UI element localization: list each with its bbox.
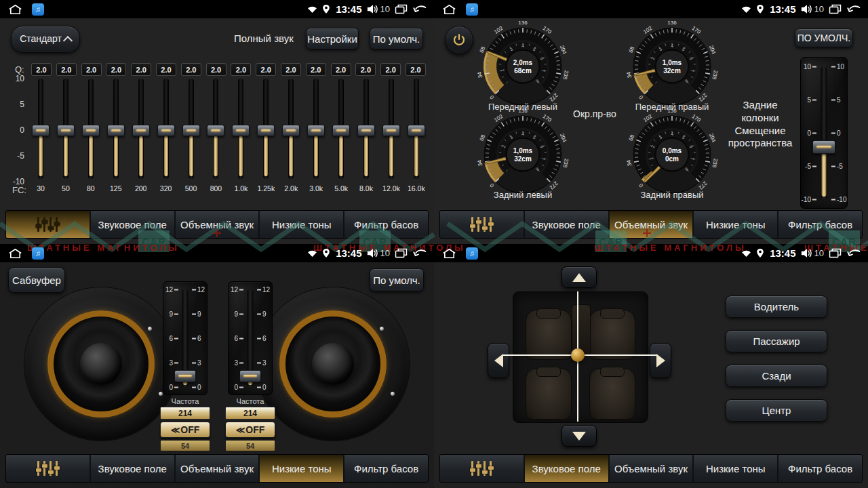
gauge-front-left[interactable]: 03468102136170204238272123456782,0ms68cm… — [472, 20, 574, 112]
bluetooth-app-icon[interactable]: ♫ — [466, 247, 478, 260]
q-value-box[interactable]: 2.0 — [31, 63, 52, 76]
tab-surround[interactable]: Объемный звук — [610, 455, 693, 482]
tab-bass[interactable]: Низкие тоны — [260, 211, 343, 238]
lpf-off-button[interactable]: ≪ OFF — [225, 422, 275, 438]
eq-band-slider[interactable] — [407, 79, 426, 182]
tab-equalizer[interactable] — [6, 455, 90, 482]
slider-handle[interactable] — [32, 125, 50, 136]
eq-band-slider[interactable] — [357, 79, 376, 182]
recent-apps-icon[interactable] — [395, 248, 408, 258]
home-icon[interactable] — [8, 4, 22, 15]
slider-handle[interactable] — [382, 125, 400, 136]
home-icon[interactable] — [442, 4, 456, 15]
eq-band-slider[interactable] — [332, 79, 351, 182]
tab-bass-filter[interactable]: Фильтр басов — [344, 211, 428, 238]
default-button[interactable]: ПО УМОЛЧ. — [795, 28, 853, 47]
recent-apps-icon[interactable] — [395, 4, 408, 14]
position-center-button[interactable]: Центр — [726, 399, 827, 422]
q-value-box[interactable]: 2.0 — [206, 63, 226, 76]
slider-handle[interactable] — [57, 125, 75, 136]
q-value-box[interactable]: 2.0 — [131, 63, 151, 76]
gauge-rear-left[interactable]: 03468102136170204238272123456781,0ms32cm… — [472, 108, 574, 200]
default-button[interactable]: По умолч. — [370, 28, 423, 49]
home-icon[interactable] — [442, 248, 456, 259]
arrow-down-button[interactable] — [561, 425, 597, 447]
slider-handle[interactable] — [232, 125, 250, 136]
eq-band-slider[interactable] — [157, 79, 176, 182]
eq-band-slider[interactable] — [382, 79, 401, 182]
slider-handle[interactable] — [332, 125, 350, 136]
tab-bass[interactable]: Низкие тоны — [694, 455, 777, 482]
eq-band-slider[interactable] — [281, 79, 300, 182]
q-value-box[interactable]: 2.0 — [355, 63, 376, 76]
listening-position-marker[interactable] — [571, 348, 585, 362]
q-value-box[interactable]: 2.0 — [306, 63, 326, 76]
q-value-box[interactable]: 2.0 — [406, 63, 426, 76]
eq-band-slider[interactable] — [206, 79, 225, 182]
slider-handle[interactable] — [207, 125, 224, 136]
slider-handle[interactable] — [307, 125, 325, 136]
position-passenger-button[interactable]: Пассажир — [726, 330, 827, 352]
slider-handle[interactable] — [408, 125, 425, 136]
lower-frequency-value[interactable]: 54 — [225, 440, 275, 451]
q-value-box[interactable]: 2.0 — [81, 63, 102, 76]
tab-surround[interactable]: Объемный звук — [176, 455, 259, 482]
back-icon[interactable] — [412, 5, 427, 14]
back-icon[interactable] — [846, 5, 861, 14]
tab-bass[interactable]: Низкие тоны — [694, 211, 777, 238]
eq-band-slider[interactable] — [31, 79, 50, 182]
arrow-right-button[interactable] — [650, 343, 671, 378]
q-value-box[interactable]: 2.0 — [256, 63, 276, 76]
tab-surround[interactable]: Объемный звук — [176, 211, 259, 238]
slider-handle[interactable] — [82, 125, 100, 136]
eq-band-slider[interactable] — [132, 79, 151, 182]
eq-band-slider[interactable] — [182, 79, 201, 182]
slider-handle[interactable] — [182, 125, 200, 136]
arrow-up-button[interactable] — [561, 266, 597, 288]
eq-band-slider[interactable] — [106, 79, 125, 182]
slider-handle[interactable] — [107, 125, 125, 136]
tab-equalizer[interactable] — [440, 455, 524, 482]
tab-bass-filter[interactable]: Фильтр басов — [344, 455, 428, 482]
slider-handle[interactable] — [257, 125, 275, 136]
q-value-box[interactable]: 2.0 — [231, 63, 251, 76]
lpf-off-button[interactable]: ≪ OFF — [160, 422, 210, 438]
back-icon[interactable] — [846, 249, 861, 258]
tab-equalizer[interactable] — [440, 211, 524, 238]
eq-band-slider[interactable] — [231, 79, 250, 182]
q-value-box[interactable]: 2.0 — [106, 63, 126, 76]
slider-handle[interactable] — [132, 125, 150, 136]
tab-sound-field[interactable]: Звуковое поле — [91, 211, 174, 238]
gauge-rear-right[interactable]: 03468102136170204238272123456780,0ms0cmЗ… — [621, 108, 723, 200]
tab-equalizer[interactable] — [6, 211, 90, 238]
eq-band-slider[interactable] — [56, 79, 75, 182]
position-rear-button[interactable]: Сзади — [726, 365, 827, 387]
sub-level-slider-2[interactable]: 129630129630 — [228, 281, 273, 395]
eq-band-slider[interactable] — [81, 79, 100, 182]
settings-button[interactable]: Настройки — [306, 28, 359, 49]
q-value-box[interactable]: 2.0 — [380, 63, 401, 76]
eq-band-slider[interactable] — [307, 79, 326, 182]
q-value-box[interactable]: 2.0 — [331, 63, 351, 76]
tab-sound-field[interactable]: Звуковое поле — [525, 455, 608, 482]
q-value-box[interactable]: 2.0 — [181, 63, 201, 76]
bluetooth-app-icon[interactable]: ♫ — [466, 3, 478, 16]
bluetooth-app-icon[interactable]: ♫ — [32, 247, 44, 260]
preset-dropdown[interactable]: Стандарт — [11, 26, 80, 53]
tab-bass-filter[interactable]: Фильтр басов — [778, 455, 862, 482]
lower-frequency-value[interactable]: 54 — [160, 440, 210, 451]
rear-offset-slider[interactable]: 1050-5-101050-5-10 — [800, 57, 848, 209]
tab-bass-filter[interactable]: Фильтр басов — [778, 211, 862, 238]
tab-sound-field[interactable]: Звуковое поле — [525, 211, 608, 238]
eq-band-slider[interactable] — [256, 79, 275, 182]
recent-apps-icon[interactable] — [829, 4, 842, 14]
frequency-value[interactable]: 214 — [225, 407, 275, 420]
power-button[interactable] — [445, 26, 473, 54]
position-driver-button[interactable]: Водитель — [726, 296, 827, 318]
tab-sound-field[interactable]: Звуковое поле — [91, 455, 174, 482]
home-icon[interactable] — [8, 248, 22, 259]
slider-handle[interactable] — [157, 125, 175, 136]
default-button[interactable]: По умолч. — [370, 268, 424, 291]
bluetooth-app-icon[interactable]: ♫ — [32, 3, 44, 16]
subwoofer-title-button[interactable]: Сабвуфер — [8, 267, 65, 293]
